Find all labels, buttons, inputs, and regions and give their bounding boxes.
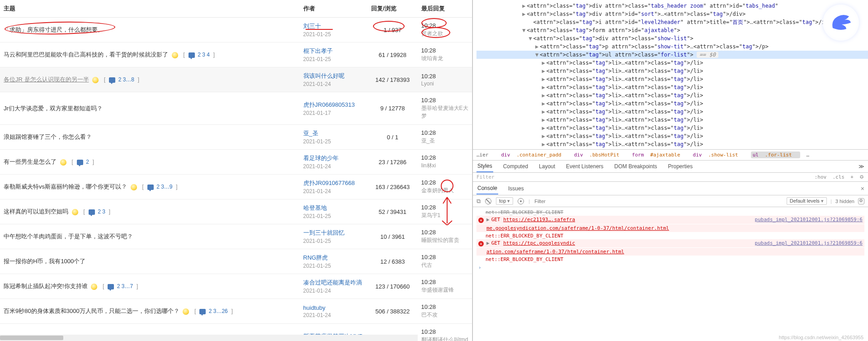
table-row[interactable]: 这样真的可以追到空姐吗 [ 2 3 ]哈登基地2021-01-2552 / 39… xyxy=(0,199,472,224)
last-reply-user[interactable]: 墨菲哈登麦迪大E大梦 xyxy=(421,104,468,120)
thread-title[interactable]: 有一些男生是怎么了 xyxy=(4,158,57,165)
breadcrumb-item[interactable]: div.show-list xyxy=(693,152,745,158)
page-links[interactable]: 2 xyxy=(86,159,89,165)
dom-node[interactable]: ▶<attrn">class="tag">li>…<attrn">class="… xyxy=(476,67,868,75)
drawer-tab-console[interactable]: Console xyxy=(476,183,498,194)
table-row[interactable]: 百米9秒80的身体素质和3000万人民币，只能二选一，你们选哪个？ [ 2 3…… xyxy=(0,299,472,324)
thread-title[interactable]: Jr们大学谈恋爱，双方家里都知道吗？ xyxy=(4,105,103,112)
breadcrumb-item[interactable]: …ier xyxy=(476,152,495,158)
author-link[interactable]: 哈登基地 xyxy=(303,204,364,212)
last-reply-user[interactable]: 代古 xyxy=(421,261,468,269)
thread-title[interactable]: 百米9秒80的身体素质和3000万人民币，只能二选一，你们选哪个？ xyxy=(4,308,179,314)
last-reply-user[interactable]: Lyoni xyxy=(421,81,468,87)
console-prompt[interactable]: › xyxy=(476,263,864,272)
styles-tabs[interactable]: StylesComputedLayoutEvent ListenersDOM B… xyxy=(473,160,868,173)
table-row[interactable]: 马云和阿里巴巴挺能吹牛自己高科技的，看干货的时候就没影了 [ 2 3 4 ]棍下… xyxy=(0,43,472,67)
table-row[interactable]: Jr们大学谈恋爱，双方家里都知道吗？虎扑JR06698053132021-01-… xyxy=(0,92,472,125)
last-reply-user[interactable]: 亚_圣 xyxy=(421,137,468,145)
console-error[interactable]: ✕▶GET https://ec21193….safefrapubads_imp… xyxy=(476,216,864,224)
dom-breadcrumb[interactable]: …ierdiv.container_padddiv.bbsHotPitform#… xyxy=(473,149,868,160)
breadcrumb-item[interactable]: div.bbsHotPit xyxy=(574,152,626,158)
dom-node[interactable]: ▶<attrn">class="tag">li>…<attrn">class="… xyxy=(476,83,868,91)
more-icon[interactable]: ≫ xyxy=(859,163,864,170)
context-select[interactable]: top xyxy=(496,197,513,205)
page-links[interactable]: 2 3…8 xyxy=(118,76,134,83)
horizontal-scrollbar[interactable] xyxy=(0,335,418,341)
table-row[interactable]: 中午想吃个羊肉鸡蛋面，于是下单，这波不亏吧？一到三十就回忆2021-01-251… xyxy=(0,224,472,249)
thread-title[interactable]: 中午想吃个羊肉鸡蛋面，于是下单，这波不亏吧？ xyxy=(4,233,133,240)
dom-node[interactable]: ▶<attrn">class="tag">li>…<attrn">class="… xyxy=(476,116,868,124)
last-reply-user[interactable]: 翻译翻译什么叫tmd惊喜 xyxy=(421,336,468,341)
thread-title[interactable]: 各位JR 是怎么认识现在的另一半 xyxy=(4,76,89,83)
tab-event-listeners[interactable]: Event Listeners xyxy=(565,161,604,172)
filter-input[interactable] xyxy=(534,199,571,204)
source-link[interactable]: pubads_impl_2021012001.js?21069859:6 xyxy=(755,217,863,223)
thread-title[interactable]: 泰勒斯威夫特vs斯嘉丽约翰逊，哪个你更可以？ xyxy=(4,183,127,190)
thread-title[interactable]: 这样真的可以追到空姐吗 xyxy=(4,208,68,215)
dom-node[interactable]: ▶<attrn">class="tag">li>…<attrn">class="… xyxy=(476,148,868,149)
dom-node[interactable]: ▶<attrn">class="tag">li>…<attrn">class="… xyxy=(476,75,868,83)
author-link[interactable]: 虎扑JR0910677668 xyxy=(303,179,364,187)
breadcrumb-item[interactable]: form#ajaxtable xyxy=(632,152,687,158)
dom-node[interactable]: ▼<attrn">class="tag">ul attrn">class="fo… xyxy=(476,51,868,59)
elements-tree[interactable]: ▶<attrn">class="tag">div attrn">class="t… xyxy=(473,0,868,149)
author-link[interactable]: 亚_圣 xyxy=(303,129,364,137)
styles-toolbar[interactable]: Filter :hov .cls + ⯐ xyxy=(473,173,868,182)
breadcrumb-item[interactable]: … xyxy=(807,152,816,158)
dom-node[interactable]: ▶<attrn">class="tag">li>…<attrn">class="… xyxy=(476,108,868,116)
page-links[interactable]: 2 3…7 xyxy=(117,283,133,289)
page-links[interactable]: 2 3…26 xyxy=(209,308,228,314)
tab-properties[interactable]: Properties xyxy=(667,161,694,172)
dom-node[interactable]: ▶<attrn">class="tag">li>…<attrn">class="… xyxy=(476,59,868,67)
last-reply-user[interactable]: 金泰妍的男人 xyxy=(421,187,468,194)
thread-title[interactable]: 报一报你的H币，我有1000个了 xyxy=(4,258,85,265)
thread-title[interactable]: 陈冠希制止插队起冲突!你支持谁 xyxy=(4,283,88,289)
author-link[interactable]: 刘三十 xyxy=(303,22,364,30)
table-row[interactable]: 泰勒斯威夫特vs斯嘉丽约翰逊，哪个你更可以？ [ 2 3…9 ]虎扑JR0910… xyxy=(0,175,472,199)
clear-console-icon[interactable] xyxy=(485,198,491,204)
thread-title[interactable]: 马云和阿里巴巴挺能吹牛自己高科技的，看干货的时候就没影了 xyxy=(4,51,168,58)
gear-icon[interactable] xyxy=(858,198,864,204)
console-error[interactable]: ✕▶GET https://tpc.googlesyndicpubads_imp… xyxy=(476,239,864,247)
author-link[interactable]: huidtuby xyxy=(303,304,364,311)
table-row[interactable]: 各位JR 是怎么认识现在的另一半 [ 2 3…8 ]我该叫什么好呢2021-01… xyxy=(0,67,472,92)
author-link[interactable]: 一到三十就回忆 xyxy=(303,229,364,237)
thread-title[interactable]: 浪姐踢馆赛锤了三个，你怎么看？ xyxy=(4,133,92,140)
last-reply-user[interactable]: 琥珀青龙 xyxy=(421,55,468,62)
table-row[interactable]: 「求助」房东得寸进尺，什么都想要。刘三十2021-01-251 / 93710:… xyxy=(0,18,472,43)
live-expr-icon[interactable] xyxy=(518,198,524,204)
last-reply-user[interactable]: 贫者之欲 xyxy=(421,30,468,38)
author-link[interactable]: 看足球的少年 xyxy=(303,154,364,162)
dom-node[interactable]: ▶<attrn">class="tag">p attrn">class="sho… xyxy=(476,43,868,51)
dom-node[interactable]: ▶<attrn">class="tag">li>…<attrn">class="… xyxy=(476,140,868,148)
last-reply-user[interactable]: 巴不攻 xyxy=(421,311,468,319)
tab-dom-breakpoints[interactable]: DOM Breakpoints xyxy=(613,161,658,172)
last-reply-user[interactable]: 睡眼惺忪的富贵 xyxy=(421,237,468,244)
dom-node[interactable]: ▶<attrn">class="tag">div attrn">class="t… xyxy=(476,2,868,10)
tab-styles[interactable]: Styles xyxy=(476,161,493,172)
thread-title[interactable]: 「求助」房东得寸进尺，什么都想要。 xyxy=(4,26,104,33)
styles-tools[interactable]: :hov .cls + ⯐ xyxy=(815,174,864,180)
last-reply-user[interactable]: 华盛顿谢霆锋 xyxy=(421,286,468,294)
console-output[interactable]: net::ERR_BLOCKED_BY_CLIENT✕▶GET https://… xyxy=(473,207,868,341)
dom-node[interactable]: ▼<attrn">class="tag">div attrn">class="s… xyxy=(476,34,868,43)
author-link[interactable]: 我该叫什么好呢 xyxy=(303,72,364,80)
table-row[interactable]: 有一些男生是怎么了 [ 2 ]看足球的少年2021-01-2423 / 1728… xyxy=(0,150,472,175)
dom-node[interactable]: ▶<attrn">class="tag">li>…<attrn">class="… xyxy=(476,132,868,140)
drawer-tabs[interactable]: ConsoleIssues× xyxy=(473,182,868,195)
tab-layout[interactable]: Layout xyxy=(538,161,556,172)
close-icon[interactable]: × xyxy=(861,185,864,192)
dom-node[interactable]: <attrn">class="tag">i attrn">id="level2h… xyxy=(476,18,868,26)
tab-computed[interactable]: Computed xyxy=(502,161,529,172)
table-row[interactable]: 报一报你的H币，我有1000个了RNG胖虎2021-01-2512 / 6383… xyxy=(0,249,472,274)
console-toolbar[interactable]: ⧉ top | Default levels | 3 hidden xyxy=(473,195,868,207)
page-links[interactable]: 2 3…9 xyxy=(156,184,172,190)
sidebar-toggle-icon[interactable]: ⧉ xyxy=(476,198,481,205)
dom-node[interactable]: ▶<attrn">class="tag">li>…<attrn">class="… xyxy=(476,99,868,108)
author-link[interactable]: RNG胖虎 xyxy=(303,254,364,262)
hidden-count[interactable]: 3 hidden xyxy=(835,199,854,204)
page-links[interactable]: 2 3 xyxy=(98,208,105,215)
author-link[interactable]: 棍下出孝子 xyxy=(303,47,364,55)
source-link[interactable]: pubads_impl_2021012001.js?21069859:6 xyxy=(755,240,863,246)
breadcrumb-item[interactable]: ul.for-list xyxy=(751,152,800,158)
